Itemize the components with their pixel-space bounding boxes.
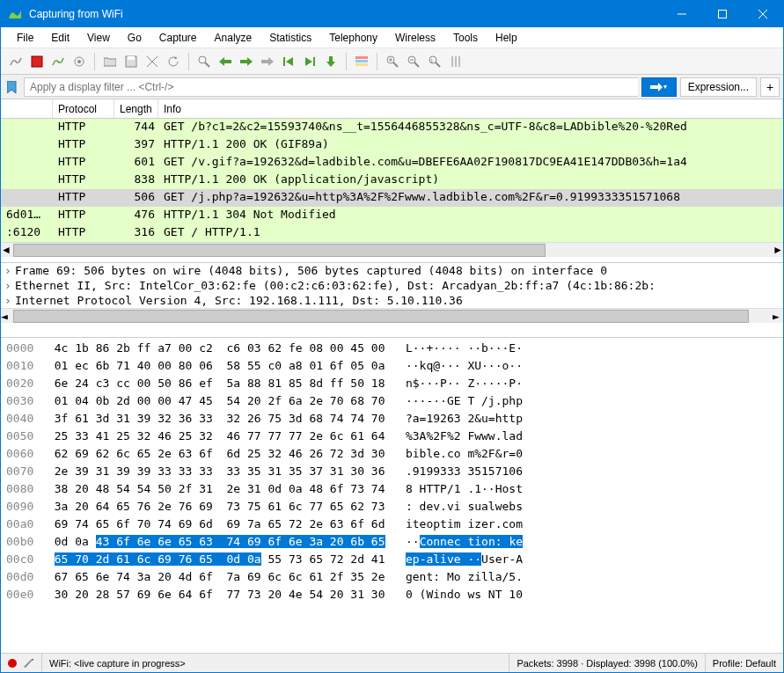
resize-columns-icon[interactable] [446,52,465,71]
menu-statistics[interactable]: Statistics [260,29,320,47]
go-back-icon[interactable] [216,52,235,71]
status-capture-text: WiFi: <live capture in progress> [42,654,509,672]
minimize-button[interactable] [662,1,702,27]
titlebar: Capturing from WiFi [1,1,783,27]
close-file-icon[interactable] [143,52,162,71]
svg-rect-16 [355,60,368,62]
expand-icon[interactable]: › [4,279,15,292]
packet-list-header: Protocol Length Info [1,99,783,119]
svg-rect-4 [32,56,42,67]
filter-bar: ▾ Expression... + [1,75,783,99]
svg-rect-8 [128,56,135,60]
packet-row[interactable]: HTTP506GET /j.php?a=192632&u=http%3A%2F%… [1,189,783,207]
svg-rect-17 [355,63,368,66]
menu-view[interactable]: View [78,29,119,47]
maximize-button[interactable] [702,1,743,27]
svg-line-23 [414,62,419,67]
restart-capture-icon[interactable] [48,52,68,71]
wireshark-icon [8,7,22,21]
expand-icon[interactable]: › [4,264,15,277]
save-file-icon[interactable] [121,52,141,71]
packet-row[interactable]: :6120HTTP316GET / HTTP/1.1 [1,224,783,242]
add-filter-button[interactable]: + [760,77,780,97]
zoom-reset-icon[interactable]: 1 [425,52,444,71]
packet-row[interactable]: HTTP838HTTP/1.1 200 OK (application/java… [1,172,783,189]
packet-bytes-pane[interactable]: 0000 4c 1b 86 2b ff a7 00 c2 c6 03 62 fe… [1,338,783,653]
capture-options-icon[interactable] [70,52,89,71]
svg-line-12 [205,62,209,67]
col-header-info[interactable]: Info [158,99,783,118]
svg-rect-1 [719,11,727,18]
display-filter-input[interactable] [24,77,638,97]
packet-row[interactable]: HTTP744GET /b?c1=2&c2=15593740&ns__t=155… [1,119,783,136]
auto-scroll-icon[interactable] [321,52,341,71]
svg-line-19 [393,62,398,67]
toolbar: 1 [1,48,783,75]
packet-row[interactable]: HTTP397HTTP/1.1 200 OK (GIF89a) [1,136,783,154]
col-header-length[interactable]: Length [114,99,158,118]
record-icon [8,659,17,668]
expand-icon[interactable]: › [4,294,15,307]
go-to-packet-icon[interactable] [258,52,277,71]
svg-point-11 [199,56,206,63]
expert-info-icon[interactable] [22,657,34,669]
go-forward-icon[interactable] [237,52,256,71]
colorize-icon[interactable] [352,52,371,71]
packet-row[interactable]: HTTP601GET /v.gif?a=192632&d=ladbible.co… [1,154,783,172]
menu-capture[interactable]: Capture [150,29,206,47]
menu-wireless[interactable]: Wireless [386,29,444,47]
start-capture-icon[interactable] [6,52,26,71]
expression-button[interactable]: Expression... [680,77,757,97]
packet-list-hscrollbar[interactable]: ◄► [1,242,783,257]
svg-line-26 [436,62,440,67]
menu-go[interactable]: Go [119,29,150,47]
svg-rect-15 [355,56,368,59]
zoom-out-icon[interactable] [404,52,423,71]
go-first-icon[interactable] [279,52,298,71]
details-hscrollbar[interactable]: ◄► [1,308,783,323]
menu-tools[interactable]: Tools [444,29,487,47]
open-file-icon[interactable] [100,52,120,71]
status-packets: Packets: 3998 · Displayed: 3998 (100.0%) [509,654,705,672]
apply-filter-button[interactable]: ▾ [641,77,677,97]
bookmark-filter-icon[interactable] [4,79,20,95]
packet-rows[interactable]: HTTP744GET /b?c1=2&c2=15593740&ns__t=155… [1,119,783,242]
packet-details-pane[interactable]: ›Frame 69: 506 bytes on wire (4048 bits)… [1,263,783,338]
menu-edit[interactable]: Edit [42,29,78,47]
window-title: Capturing from WiFi [29,8,662,20]
status-profile[interactable]: Profile: Default [706,654,783,672]
menubar: File Edit View Go Capture Analyze Statis… [1,27,783,48]
menu-analyze[interactable]: Analyze [206,29,261,47]
svg-text:1: 1 [430,58,434,63]
menu-file[interactable]: File [8,29,42,47]
menu-help[interactable]: Help [487,29,526,47]
stop-capture-icon[interactable] [27,52,47,71]
packet-row[interactable]: 6d01…HTTP476HTTP/1.1 304 Not Modified [1,207,783,224]
go-last-icon[interactable] [300,52,319,71]
tree-row: ›Ethernet II, Src: IntelCor_03:62:fe (00… [1,278,783,293]
svg-rect-13 [283,57,285,66]
packet-list-pane: Protocol Length Info HTTP744GET /b?c1=2&… [1,99,783,263]
svg-rect-14 [313,57,315,66]
capture-indicator[interactable] [1,654,42,672]
close-button[interactable] [743,1,783,27]
col-header-protocol[interactable]: Protocol [53,99,114,118]
tree-row: ›Internet Protocol Version 4, Src: 192.1… [1,293,783,308]
tree-row: ›Frame 69: 506 bytes on wire (4048 bits)… [1,263,783,278]
zoom-in-icon[interactable] [383,52,402,71]
svg-point-6 [77,60,81,63]
reload-icon[interactable] [164,52,183,71]
statusbar: WiFi: <live capture in progress> Packets… [1,653,783,672]
find-icon[interactable] [194,52,214,71]
col-header-dst[interactable] [1,99,53,118]
menu-telephony[interactable]: Telephony [320,29,386,47]
